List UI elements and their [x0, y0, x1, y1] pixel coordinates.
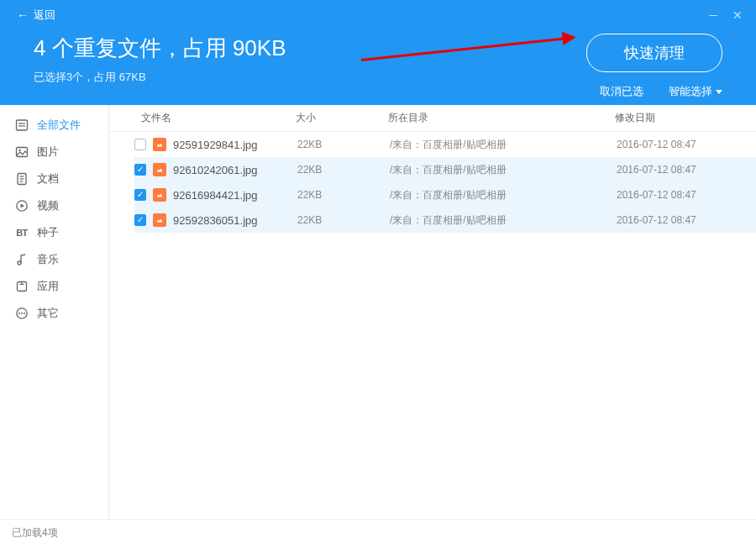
image-file-icon — [153, 213, 166, 227]
column-header-date[interactable]: 修改日期 — [615, 111, 746, 125]
table-row[interactable]: 92591929841.jpg 22KB /来自：百度相册/贴吧相册 2016-… — [134, 132, 756, 157]
back-label: 返回 — [34, 8, 55, 23]
svg-point-13 — [18, 312, 20, 314]
arrow-left-icon: ← — [17, 8, 29, 22]
sidebar-item-vid[interactable]: 视频 — [0, 192, 108, 219]
sidebar-item-label: 视频 — [37, 198, 59, 213]
selection-summary: 已选择3个，占用 67KB — [34, 70, 286, 85]
sidebar: 全部文件 图片 文档 视频BT 种子 音乐 应用 其它 — [0, 105, 109, 519]
sidebar-item-label: 全部文件 — [37, 118, 81, 133]
loaded-count: 已加载4项 — [12, 526, 58, 540]
file-location: /来自：百度相册/贴吧相册 — [390, 188, 617, 202]
table-row[interactable]: 92616984421.jpg 22KB /来自：百度相册/贴吧相册 2016-… — [134, 182, 756, 207]
file-location: /来自：百度相册/贴吧相册 — [390, 163, 617, 177]
row-checkbox[interactable] — [134, 164, 146, 176]
file-name: 92616984421.jpg — [173, 189, 258, 202]
row-checkbox[interactable] — [134, 189, 146, 201]
minimize-button[interactable]: ─ — [709, 8, 717, 22]
svg-point-4 — [18, 150, 20, 151]
file-date: 2016-07-12 08:47 — [617, 214, 756, 226]
sidebar-item-oth[interactable]: 其它 — [0, 300, 108, 327]
table-header: 文件名 大小 所在目录 修改日期 — [109, 105, 756, 132]
file-date: 2016-07-12 08:47 — [617, 164, 756, 176]
status-bar: 已加载4项 — [0, 519, 756, 546]
svg-point-14 — [21, 312, 23, 314]
bt-icon: BT — [15, 226, 29, 239]
column-header-location[interactable]: 所在目录 — [388, 111, 615, 125]
image-icon — [15, 145, 29, 159]
sidebar-item-app[interactable]: 应用 — [0, 273, 108, 300]
content: 全部文件 图片 文档 视频BT 种子 音乐 应用 其它 文件名 大小 所在目录 … — [0, 105, 756, 519]
sidebar-item-doc[interactable]: 文档 — [0, 165, 108, 192]
file-size: 22KB — [297, 189, 390, 201]
sidebar-item-label: 其它 — [37, 306, 59, 321]
play-icon — [15, 199, 29, 213]
image-file-icon — [153, 163, 166, 176]
chevron-down-icon — [716, 90, 722, 94]
file-list: 92591929841.jpg 22KB /来自：百度相册/贴吧相册 2016-… — [109, 132, 756, 233]
svg-point-15 — [24, 312, 25, 314]
music-icon — [15, 253, 29, 266]
sidebar-item-img[interactable]: 图片 — [0, 139, 108, 165]
header: ← 返回 ─ ✕ 4 个重复文件，占用 90KB 已选择3个，占用 67KB 快… — [0, 0, 756, 105]
sidebar-item-label: 应用 — [37, 279, 59, 294]
file-size: 22KB — [297, 164, 390, 176]
file-location: /来自：百度相册/贴吧相册 — [390, 213, 617, 228]
file-date: 2016-07-12 08:47 — [617, 139, 756, 150]
close-button[interactable]: ✕ — [732, 8, 743, 22]
row-checkbox[interactable] — [134, 214, 146, 226]
page-title: 4 个重复文件，占用 90KB — [34, 34, 286, 63]
svg-rect-0 — [17, 120, 28, 130]
row-checkbox[interactable] — [134, 139, 146, 150]
smart-select-label: 智能选择 — [669, 84, 712, 99]
main-panel: 文件名 大小 所在目录 修改日期 92591929841.jpg 22KB /来… — [109, 105, 756, 519]
window-controls: ─ ✕ — [709, 8, 743, 22]
column-header-name[interactable]: 文件名 — [119, 111, 296, 125]
file-date: 2016-07-12 08:47 — [617, 189, 756, 201]
app-icon — [15, 280, 29, 293]
sidebar-item-label: 图片 — [37, 144, 59, 160]
back-button[interactable]: ← 返回 — [17, 8, 55, 23]
sidebar-item-label: 种子 — [37, 225, 59, 240]
cancel-selected-link[interactable]: 取消已选 — [600, 84, 643, 99]
file-size: 22KB — [297, 139, 390, 150]
more-icon — [15, 307, 29, 320]
sidebar-item-bt[interactable]: BT 种子 — [0, 219, 108, 246]
image-file-icon — [153, 138, 166, 151]
file-size: 22KB — [297, 214, 390, 226]
smart-select-dropdown[interactable]: 智能选择 — [669, 84, 722, 99]
quick-clean-button[interactable]: 快速清理 — [586, 34, 722, 72]
titlebar: ← 返回 ─ ✕ — [17, 0, 739, 25]
file-location: /来自：百度相册/贴吧相册 — [390, 138, 617, 152]
file-name: 92610242061.jpg — [173, 164, 258, 176]
file-name: 92592836051.jpg — [173, 214, 258, 227]
sidebar-item-label: 文档 — [37, 171, 59, 186]
list-icon — [15, 118, 29, 132]
table-row[interactable]: 92592836051.jpg 22KB /来自：百度相册/贴吧相册 2016-… — [134, 207, 756, 233]
column-header-size[interactable]: 大小 — [296, 111, 388, 125]
image-file-icon — [153, 188, 166, 202]
sidebar-item-mus[interactable]: 音乐 — [0, 246, 108, 273]
sidebar-item-all[interactable]: 全部文件 — [0, 112, 108, 139]
file-name: 92591929841.jpg — [173, 139, 258, 151]
table-row[interactable]: 92610242061.jpg 22KB /来自：百度相册/贴吧相册 2016-… — [134, 157, 756, 182]
document-icon — [15, 172, 29, 186]
sidebar-item-label: 音乐 — [37, 252, 59, 267]
